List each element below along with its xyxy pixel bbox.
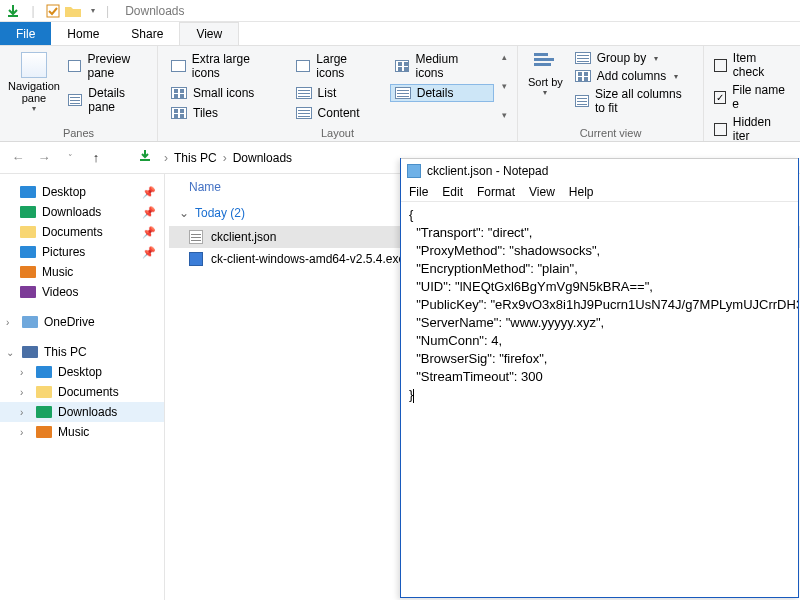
- sidebar-item-music[interactable]: Music: [0, 262, 164, 282]
- chevron-right-icon: ›: [6, 317, 16, 328]
- qat-save-icon[interactable]: [4, 2, 22, 20]
- ribbon: Navigation pane ▾ Preview pane Details p…: [0, 46, 800, 142]
- layout-content[interactable]: Content: [291, 104, 384, 122]
- tab-view[interactable]: View: [179, 22, 239, 45]
- file-name-ext-toggle[interactable]: ✓File name e: [712, 82, 792, 112]
- sidebar-item-documents[interactable]: Documents📌: [0, 222, 164, 242]
- sidebar-item-pc-downloads[interactable]: ›Downloads: [0, 402, 164, 422]
- sidebar-item-pictures[interactable]: Pictures📌: [0, 242, 164, 262]
- chevron-right-icon[interactable]: ›: [223, 151, 227, 165]
- group-by-button[interactable]: Group by▾: [573, 50, 695, 66]
- notepad-menubar: File Edit Format View Help: [401, 182, 798, 202]
- window-titlebar: | ▾ | Downloads: [0, 0, 800, 22]
- pin-icon: 📌: [142, 226, 156, 239]
- svg-rect-0: [47, 5, 59, 17]
- sidebar-item-thispc[interactable]: ⌄This PC: [0, 342, 164, 362]
- layout-scroll-up-icon[interactable]: ▴: [502, 52, 507, 62]
- notepad-menu-format[interactable]: Format: [477, 185, 515, 199]
- chevron-down-icon: ⌄: [6, 347, 16, 358]
- nav-back-icon[interactable]: ←: [10, 150, 26, 165]
- details-pane-button[interactable]: Details pane: [66, 84, 149, 116]
- layout-list[interactable]: List: [291, 84, 384, 102]
- file-exe-icon: [189, 252, 203, 266]
- breadcrumb-root[interactable]: This PC: [174, 151, 217, 165]
- notepad-title: ckclient.json - Notepad: [427, 164, 548, 178]
- preview-pane-button[interactable]: Preview pane: [66, 50, 149, 82]
- hidden-items-toggle[interactable]: Hidden iter: [712, 114, 792, 144]
- nav-forward-icon[interactable]: →: [36, 150, 52, 165]
- qat-folder-icon[interactable]: [64, 2, 82, 20]
- sidebar-item-videos[interactable]: Videos: [0, 282, 164, 302]
- notepad-menu-edit[interactable]: Edit: [442, 185, 463, 199]
- chevron-right-icon: ›: [20, 427, 30, 438]
- item-checkboxes-toggle[interactable]: Item check: [712, 50, 792, 80]
- notepad-menu-help[interactable]: Help: [569, 185, 594, 199]
- qat-check-icon[interactable]: [44, 2, 62, 20]
- chevron-right-icon: ›: [20, 367, 30, 378]
- file-json-icon: [189, 230, 203, 244]
- preview-pane-label: Preview pane: [87, 52, 147, 80]
- sidebar: Desktop📌 Downloads📌 Documents📌 Pictures📌…: [0, 174, 165, 600]
- sidebar-item-desktop[interactable]: Desktop📌: [0, 182, 164, 202]
- qat-separator: |: [106, 4, 109, 18]
- breadcrumb[interactable]: › This PC › Downloads: [164, 151, 292, 165]
- pin-icon: 📌: [142, 246, 156, 259]
- size-all-columns-button[interactable]: Size all columns to fit: [573, 86, 695, 116]
- chevron-right-icon[interactable]: ›: [164, 151, 168, 165]
- chevron-down-icon: ⌄: [179, 206, 189, 220]
- tab-home[interactable]: Home: [51, 22, 115, 45]
- tab-file[interactable]: File: [0, 22, 51, 45]
- qat-divider: |: [24, 2, 42, 20]
- navigation-pane-label: Navigation pane: [8, 80, 60, 104]
- notepad-menu-file[interactable]: File: [409, 185, 428, 199]
- sort-by-button[interactable]: Sort by ▾: [526, 50, 565, 116]
- group-current-view-label: Current view: [518, 127, 703, 139]
- navigation-pane-button[interactable]: Navigation pane ▾: [8, 50, 60, 116]
- pin-icon: 📌: [142, 206, 156, 219]
- tab-share[interactable]: Share: [115, 22, 179, 45]
- breadcrumb-folder[interactable]: Downloads: [233, 151, 292, 165]
- layout-scroll-down-icon[interactable]: ▾: [502, 81, 507, 91]
- file-name-label: ck-client-windows-amd64-v2.5.4.exe: [211, 252, 405, 266]
- qat-dropdown-icon[interactable]: ▾: [84, 2, 102, 20]
- layout-xl-icons[interactable]: Extra large icons: [166, 50, 285, 82]
- layout-medium-icons[interactable]: Medium icons: [390, 50, 494, 82]
- sidebar-item-pc-documents[interactable]: ›Documents: [0, 382, 164, 402]
- window-title: Downloads: [125, 4, 184, 18]
- layout-large-icons[interactable]: Large icons: [291, 50, 384, 82]
- sort-by-label: Sort by: [526, 76, 565, 88]
- layout-tiles[interactable]: Tiles: [166, 104, 285, 122]
- chevron-right-icon: ›: [20, 407, 30, 418]
- nav-up-icon[interactable]: ↑: [88, 150, 104, 165]
- group-panes-label: Panes: [0, 127, 157, 139]
- file-name-label: ckclient.json: [211, 230, 276, 244]
- sidebar-item-pc-music[interactable]: ›Music: [0, 422, 164, 442]
- notepad-textarea[interactable]: { "Transport": "direct", "ProxyMethod": …: [401, 202, 798, 408]
- sidebar-item-downloads[interactable]: Downloads📌: [0, 202, 164, 222]
- chevron-right-icon: ›: [20, 387, 30, 398]
- add-columns-button[interactable]: Add columns▾: [573, 68, 695, 84]
- nav-recent-icon[interactable]: ˅: [62, 153, 78, 163]
- location-folder-icon: [138, 149, 154, 166]
- sidebar-item-onedrive[interactable]: ›OneDrive: [0, 312, 164, 332]
- layout-details[interactable]: Details: [390, 84, 494, 102]
- notepad-window[interactable]: ckclient.json - Notepad File Edit Format…: [400, 158, 799, 598]
- layout-expand-icon[interactable]: ▾: [502, 110, 507, 120]
- notepad-icon: [407, 164, 421, 178]
- pin-icon: 📌: [142, 186, 156, 199]
- notepad-menu-view[interactable]: View: [529, 185, 555, 199]
- notepad-titlebar[interactable]: ckclient.json - Notepad: [401, 158, 798, 182]
- text-caret: [413, 389, 414, 403]
- layout-small-icons[interactable]: Small icons: [166, 84, 285, 102]
- group-layout-label: Layout: [158, 127, 517, 139]
- details-pane-label: Details pane: [88, 86, 147, 114]
- sidebar-item-pc-desktop[interactable]: ›Desktop: [0, 362, 164, 382]
- ribbon-tabs: File Home Share View: [0, 22, 800, 46]
